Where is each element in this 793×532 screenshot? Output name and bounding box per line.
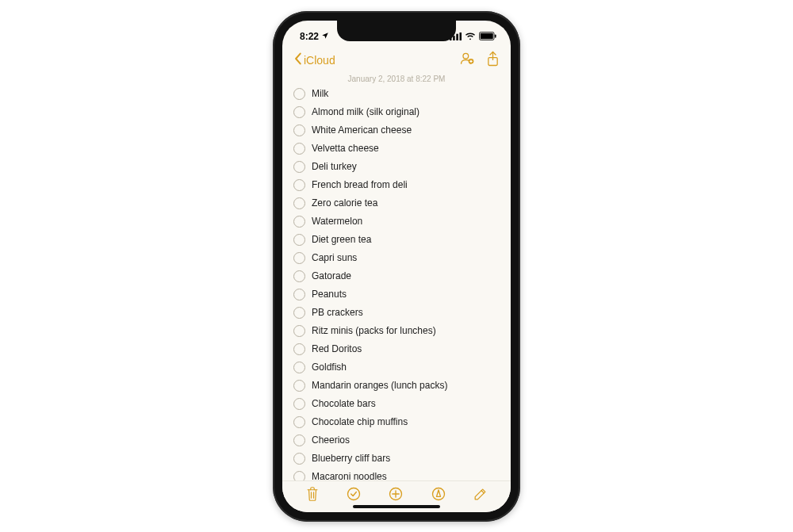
checkbox-circle-icon[interactable] — [293, 325, 305, 337]
checklist-row[interactable]: French bread from deli — [293, 176, 500, 194]
add-icon[interactable] — [388, 486, 404, 502]
checkbox-circle-icon[interactable] — [293, 216, 305, 228]
checklist-row[interactable]: Gatorade — [293, 267, 500, 285]
iphone-frame: 8:22 — [273, 11, 520, 522]
checklist-row[interactable]: White American cheese — [293, 121, 500, 140]
checklist-row[interactable]: Deli turkey — [293, 158, 500, 176]
checklist-item-label: Chocolate bars — [312, 398, 376, 409]
back-button[interactable]: iCloud — [293, 52, 335, 67]
checklist-item-label: Mandarin oranges (lunch packs) — [312, 380, 447, 391]
checklist-row[interactable]: Ritz minis (packs for lunches) — [293, 322, 500, 340]
location-arrow-icon — [321, 31, 329, 42]
svg-point-4 — [469, 38, 471, 40]
checklist-item-label: Diet green tea — [312, 234, 371, 245]
compose-icon[interactable] — [473, 487, 488, 502]
checklist-item-label: Zero calorie tea — [312, 197, 377, 209]
battery-icon — [479, 32, 496, 40]
checklist-item-label: Red Doritos — [312, 343, 362, 354]
checkbox-circle-icon[interactable] — [293, 398, 305, 410]
checkbox-circle-icon[interactable] — [293, 270, 305, 282]
checkbox-circle-icon[interactable] — [293, 416, 305, 428]
checkbox-circle-icon[interactable] — [293, 124, 305, 136]
checklist-row[interactable]: Diet green tea — [293, 231, 500, 249]
checklist-item-label: Deli turkey — [312, 161, 357, 172]
chevron-left-icon — [293, 52, 302, 67]
svg-rect-6 — [481, 33, 493, 40]
svg-rect-2 — [456, 33, 458, 40]
svg-rect-3 — [460, 33, 462, 40]
svg-point-8 — [463, 53, 469, 59]
checkbox-circle-icon[interactable] — [293, 179, 305, 191]
checklist-row[interactable]: Cheerios — [293, 431, 500, 450]
screen: 8:22 — [282, 21, 511, 512]
svg-point-11 — [348, 488, 360, 500]
checkbox-circle-icon[interactable] — [293, 362, 305, 373]
checklist-item-label: Almond milk (silk original) — [312, 106, 419, 117]
checklist-row[interactable]: PB crackers — [293, 304, 500, 322]
checklist-row[interactable]: Goldfish — [293, 358, 500, 377]
status-time: 8:22 — [300, 31, 319, 42]
checkbox-circle-icon[interactable] — [293, 471, 305, 480]
notch — [337, 21, 456, 41]
checklist-item-label: Velvetta cheese — [312, 143, 379, 154]
checkbox-circle-icon[interactable] — [293, 252, 305, 264]
checklist-item-label: White American cheese — [312, 124, 412, 136]
checklist-row[interactable]: Macaroni noodles — [293, 468, 500, 480]
checklist-row[interactable]: Capri suns — [293, 249, 500, 267]
svg-rect-7 — [495, 34, 496, 37]
checklist-item-label: Milk — [312, 88, 328, 99]
checklist-item-label: Chocolate chip muffins — [312, 416, 408, 427]
checklist-item-label: Peanuts — [312, 289, 347, 300]
nav-bar: iCloud — [282, 48, 511, 73]
checkbox-circle-icon[interactable] — [293, 161, 305, 173]
checkbox-circle-icon[interactable] — [293, 380, 305, 392]
checkbox-circle-icon[interactable] — [293, 143, 305, 155]
checklist-row[interactable]: Blueberry cliff bars — [293, 450, 500, 468]
checklist-item-label: Goldfish — [312, 362, 347, 373]
checkbox-circle-icon[interactable] — [293, 289, 305, 300]
home-indicator[interactable] — [353, 505, 440, 508]
checklist-item-label: Gatorade — [312, 270, 351, 281]
svg-rect-1 — [453, 36, 455, 40]
checklist-item-label: Watermelon — [312, 216, 362, 227]
checklist-row[interactable]: Chocolate bars — [293, 395, 500, 413]
share-icon[interactable] — [486, 51, 500, 70]
add-person-icon[interactable] — [459, 51, 475, 70]
checklist-item-label: French bread from deli — [312, 179, 408, 190]
note-checklist[interactable]: MilkAlmond milk (silk original)White Ame… — [282, 85, 511, 480]
checklist-row[interactable]: Peanuts — [293, 285, 500, 304]
back-label: iCloud — [304, 54, 335, 67]
checklist-row[interactable]: Red Doritos — [293, 340, 500, 358]
trash-icon[interactable] — [305, 486, 320, 502]
checklist-item-label: Macaroni noodles — [312, 471, 387, 480]
checklist-item-label: Capri suns — [312, 252, 357, 263]
checkbox-circle-icon[interactable] — [293, 434, 305, 446]
checklist-item-label: Blueberry cliff bars — [312, 453, 390, 464]
checklist-row[interactable]: Zero calorie tea — [293, 194, 500, 212]
checkbox-circle-icon[interactable] — [293, 343, 305, 355]
checklist-item-label: PB crackers — [312, 307, 363, 318]
checkbox-circle-icon[interactable] — [293, 197, 305, 209]
note-timestamp: January 2, 2018 at 8:22 PM — [282, 75, 511, 83]
checklist-icon[interactable] — [346, 486, 362, 502]
checklist-row[interactable]: Watermelon — [293, 212, 500, 231]
checklist-row[interactable]: Velvetta cheese — [293, 140, 500, 158]
checklist-item-label: Ritz minis (packs for lunches) — [312, 325, 436, 336]
checklist-row[interactable]: Chocolate chip muffins — [293, 413, 500, 431]
wifi-icon — [465, 33, 476, 40]
checkbox-circle-icon[interactable] — [293, 453, 305, 465]
sketch-icon[interactable] — [431, 486, 446, 502]
checklist-row[interactable]: Milk — [293, 85, 500, 103]
checkbox-circle-icon[interactable] — [293, 307, 305, 319]
checklist-row[interactable]: Almond milk (silk original) — [293, 103, 500, 121]
checklist-row[interactable]: Mandarin oranges (lunch packs) — [293, 377, 500, 395]
checkbox-circle-icon[interactable] — [293, 234, 305, 246]
checkbox-circle-icon[interactable] — [293, 88, 305, 100]
checkbox-circle-icon[interactable] — [293, 106, 305, 118]
checklist-item-label: Cheerios — [312, 434, 350, 446]
